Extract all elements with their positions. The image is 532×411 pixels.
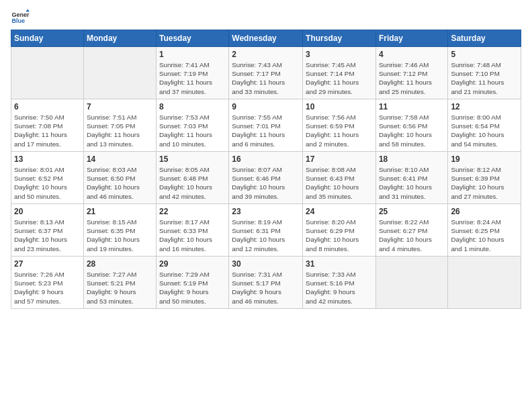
calendar-cell: 17Sunrise: 8:08 AM Sunset: 6:43 PM Dayli… <box>303 152 376 204</box>
weekday-header-thursday: Thursday <box>303 30 376 47</box>
day-info: Sunrise: 8:13 AM Sunset: 6:37 PM Dayligh… <box>14 218 81 253</box>
day-number: 6 <box>14 102 81 111</box>
calendar-cell: 25Sunrise: 8:22 AM Sunset: 6:27 PM Dayli… <box>375 204 447 257</box>
weekday-header-sunday: Sunday <box>11 30 84 47</box>
day-number: 17 <box>306 154 373 164</box>
day-number: 19 <box>451 154 518 164</box>
day-info: Sunrise: 7:53 AM Sunset: 7:03 PM Dayligh… <box>159 113 226 148</box>
day-number: 23 <box>232 207 300 216</box>
day-number: 21 <box>87 207 153 216</box>
weekday-header-wednesday: Wednesday <box>229 30 303 47</box>
calendar-cell: 7Sunrise: 7:51 AM Sunset: 7:05 PM Daylig… <box>83 99 156 152</box>
day-number: 15 <box>159 154 226 164</box>
calendar-cell: 12Sunrise: 8:00 AM Sunset: 6:54 PM Dayli… <box>448 99 521 152</box>
calendar-cell: 29Sunrise: 7:29 AM Sunset: 5:19 PM Dayli… <box>156 257 228 309</box>
calendar-cell: 5Sunrise: 7:48 AM Sunset: 7:10 PM Daylig… <box>448 47 521 99</box>
calendar-cell: 19Sunrise: 8:12 AM Sunset: 6:39 PM Dayli… <box>448 152 521 204</box>
day-number: 30 <box>232 259 300 269</box>
calendar-cell: 15Sunrise: 8:05 AM Sunset: 6:48 PM Dayli… <box>156 152 228 204</box>
day-info: Sunrise: 7:31 AM Sunset: 5:17 PM Dayligh… <box>232 270 300 306</box>
day-info: Sunrise: 7:26 AM Sunset: 5:23 PM Dayligh… <box>14 270 81 306</box>
svg-marker-2 <box>26 9 30 11</box>
weekday-header-monday: Monday <box>83 30 156 47</box>
day-info: Sunrise: 7:50 AM Sunset: 7:08 PM Dayligh… <box>14 113 81 148</box>
calendar-cell <box>11 47 84 99</box>
day-number: 10 <box>306 102 373 111</box>
day-number: 2 <box>232 50 300 59</box>
day-info: Sunrise: 7:41 AM Sunset: 7:19 PM Dayligh… <box>159 60 226 96</box>
calendar-cell: 6Sunrise: 7:50 AM Sunset: 7:08 PM Daylig… <box>11 99 84 152</box>
calendar-cell <box>375 257 447 309</box>
calendar-table: SundayMondayTuesdayWednesdayThursdayFrid… <box>11 30 521 309</box>
day-info: Sunrise: 8:19 AM Sunset: 6:31 PM Dayligh… <box>232 218 300 253</box>
day-number: 24 <box>306 207 373 216</box>
day-number: 3 <box>306 50 373 59</box>
calendar-cell: 18Sunrise: 8:10 AM Sunset: 6:41 PM Dayli… <box>375 152 447 204</box>
calendar-cell: 16Sunrise: 8:07 AM Sunset: 6:46 PM Dayli… <box>229 152 303 204</box>
day-info: Sunrise: 8:01 AM Sunset: 6:52 PM Dayligh… <box>14 165 81 201</box>
day-number: 20 <box>14 207 81 216</box>
day-info: Sunrise: 8:12 AM Sunset: 6:39 PM Dayligh… <box>451 165 518 201</box>
day-info: Sunrise: 8:08 AM Sunset: 6:43 PM Dayligh… <box>306 165 373 201</box>
day-number: 29 <box>159 259 226 269</box>
day-info: Sunrise: 7:29 AM Sunset: 5:19 PM Dayligh… <box>159 270 226 306</box>
day-number: 4 <box>379 50 445 59</box>
calendar-cell: 14Sunrise: 8:03 AM Sunset: 6:50 PM Dayli… <box>83 152 156 204</box>
calendar-cell: 22Sunrise: 8:17 AM Sunset: 6:33 PM Dayli… <box>156 204 228 257</box>
calendar-cell: 8Sunrise: 7:53 AM Sunset: 7:03 PM Daylig… <box>156 99 228 152</box>
weekday-header-saturday: Saturday <box>448 30 521 47</box>
day-number: 18 <box>379 154 445 164</box>
day-info: Sunrise: 7:58 AM Sunset: 6:56 PM Dayligh… <box>379 113 445 148</box>
calendar-cell: 3Sunrise: 7:45 AM Sunset: 7:14 PM Daylig… <box>303 47 376 99</box>
day-info: Sunrise: 8:05 AM Sunset: 6:48 PM Dayligh… <box>159 165 226 201</box>
svg-text:Blue: Blue <box>11 17 25 24</box>
calendar-cell: 23Sunrise: 8:19 AM Sunset: 6:31 PM Dayli… <box>229 204 303 257</box>
calendar-cell: 24Sunrise: 8:20 AM Sunset: 6:29 PM Dayli… <box>303 204 376 257</box>
day-number: 12 <box>451 102 518 111</box>
calendar-cell: 26Sunrise: 8:24 AM Sunset: 6:25 PM Dayli… <box>448 204 521 257</box>
day-info: Sunrise: 8:10 AM Sunset: 6:41 PM Dayligh… <box>379 165 445 201</box>
day-number: 9 <box>232 102 300 111</box>
day-number: 8 <box>159 102 226 111</box>
day-info: Sunrise: 8:24 AM Sunset: 6:25 PM Dayligh… <box>451 218 518 253</box>
calendar-cell <box>448 257 521 309</box>
calendar-cell: 27Sunrise: 7:26 AM Sunset: 5:23 PM Dayli… <box>11 257 84 309</box>
day-info: Sunrise: 7:45 AM Sunset: 7:14 PM Dayligh… <box>306 60 373 96</box>
day-info: Sunrise: 8:03 AM Sunset: 6:50 PM Dayligh… <box>87 165 153 201</box>
calendar-cell: 28Sunrise: 7:27 AM Sunset: 5:21 PM Dayli… <box>83 257 156 309</box>
calendar-cell: 13Sunrise: 8:01 AM Sunset: 6:52 PM Dayli… <box>11 152 84 204</box>
day-number: 14 <box>87 154 153 164</box>
day-info: Sunrise: 8:17 AM Sunset: 6:33 PM Dayligh… <box>159 218 226 253</box>
calendar-cell: 4Sunrise: 7:46 AM Sunset: 7:12 PM Daylig… <box>375 47 447 99</box>
calendar-cell: 31Sunrise: 7:33 AM Sunset: 5:16 PM Dayli… <box>303 257 376 309</box>
day-number: 11 <box>379 102 445 111</box>
calendar-cell: 10Sunrise: 7:56 AM Sunset: 6:59 PM Dayli… <box>303 99 376 152</box>
day-number: 25 <box>379 207 445 216</box>
day-number: 1 <box>159 50 226 59</box>
day-number: 28 <box>87 259 153 269</box>
day-info: Sunrise: 7:46 AM Sunset: 7:12 PM Dayligh… <box>379 60 445 96</box>
day-number: 26 <box>451 207 518 216</box>
day-info: Sunrise: 7:51 AM Sunset: 7:05 PM Dayligh… <box>87 113 153 148</box>
day-info: Sunrise: 8:22 AM Sunset: 6:27 PM Dayligh… <box>379 218 445 253</box>
day-info: Sunrise: 7:55 AM Sunset: 7:01 PM Dayligh… <box>232 113 300 148</box>
day-info: Sunrise: 8:15 AM Sunset: 6:35 PM Dayligh… <box>87 218 153 253</box>
calendar-cell: 30Sunrise: 7:31 AM Sunset: 5:17 PM Dayli… <box>229 257 303 309</box>
day-number: 22 <box>159 207 226 216</box>
day-number: 13 <box>14 154 81 164</box>
day-number: 16 <box>232 154 300 164</box>
day-info: Sunrise: 7:33 AM Sunset: 5:16 PM Dayligh… <box>306 270 373 306</box>
day-info: Sunrise: 7:48 AM Sunset: 7:10 PM Dayligh… <box>451 60 518 96</box>
calendar-cell: 21Sunrise: 8:15 AM Sunset: 6:35 PM Dayli… <box>83 204 156 257</box>
day-number: 7 <box>87 102 153 111</box>
weekday-header-tuesday: Tuesday <box>156 30 228 47</box>
day-info: Sunrise: 7:43 AM Sunset: 7:17 PM Dayligh… <box>232 60 300 96</box>
day-number: 27 <box>14 259 81 269</box>
weekday-header-friday: Friday <box>375 30 447 47</box>
day-info: Sunrise: 7:27 AM Sunset: 5:21 PM Dayligh… <box>87 270 153 306</box>
day-info: Sunrise: 7:56 AM Sunset: 6:59 PM Dayligh… <box>306 113 373 148</box>
calendar-cell: 20Sunrise: 8:13 AM Sunset: 6:37 PM Dayli… <box>11 204 84 257</box>
logo: General Blue <box>11 8 32 27</box>
day-info: Sunrise: 8:07 AM Sunset: 6:46 PM Dayligh… <box>232 165 300 201</box>
calendar-cell: 1Sunrise: 7:41 AM Sunset: 7:19 PM Daylig… <box>156 47 228 99</box>
